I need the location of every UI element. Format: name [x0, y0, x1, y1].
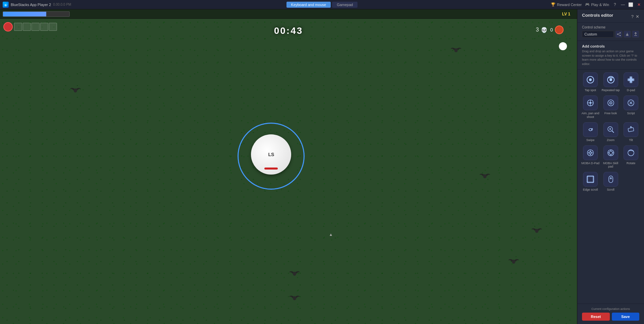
footer-buttons: Reset Save [582, 313, 639, 321]
maximize-btn[interactable]: ⬜ [629, 2, 633, 7]
svg-point-5 [512, 260, 515, 264]
control-swipe[interactable]: Swipe [581, 122, 600, 142]
tab-gamepad[interactable]: Gamepad [332, 2, 358, 8]
game-canvas[interactable]: 00:43 3 💀 0 [0, 19, 577, 324]
svg-rect-37 [628, 127, 634, 132]
svg-rect-60 [610, 177, 612, 179]
svg-point-27 [590, 102, 591, 104]
white-dot [559, 42, 567, 50]
controls-close-btn[interactable]: ✕ [636, 14, 639, 19]
control-repeated-tap[interactable]: Repeated tap [601, 72, 621, 92]
moba-skill-label: MOBA Skill pad [601, 161, 621, 169]
level-badge: LV 1 [562, 12, 570, 16]
title-bar-left: B BlueStacks App Player 2 0.00.0.0 PM [3, 2, 215, 8]
game-area: LV 1 00:43 [0, 9, 577, 324]
skill-slot-2 [23, 23, 31, 31]
control-edge-scroll[interactable]: Edge scroll [581, 172, 600, 192]
control-scroll[interactable]: Scroll [601, 172, 621, 192]
controls-row-3: Swipe Zoom [581, 122, 641, 142]
close-btn[interactable]: ✕ [637, 2, 641, 7]
svg-text:B: B [5, 4, 7, 7]
add-controls-desc: Drag and drop an action on your game scr… [582, 49, 639, 66]
script-icon [624, 95, 638, 110]
svg-marker-42 [589, 154, 591, 155]
game-timer: 00:43 [274, 25, 303, 36]
controls-row-2: Aim, pan and shoot Free look [581, 95, 641, 119]
svg-marker-43 [588, 152, 589, 154]
scheme-select-row: Custom [582, 30, 639, 38]
tab-keyboard-mouse[interactable]: Keyboard and mouse [286, 2, 331, 8]
bat-sprite-1 [450, 46, 462, 54]
joystick-outer: LS [238, 123, 305, 190]
control-zoom[interactable]: Zoom [601, 122, 621, 142]
script-label: Script [627, 112, 635, 115]
control-free-look[interactable]: Free look [601, 95, 621, 119]
dpad-icon [624, 72, 638, 87]
play-win-btn[interactable]: 🎮 Play & Win [585, 2, 609, 7]
health-bar-fill [3, 12, 46, 16]
aim-pan-shoot-label: Aim, pan and shoot [581, 112, 600, 119]
game-toolbar: LV 1 [0, 9, 577, 19]
reward-center-btn[interactable]: 🏆 Reward Center [551, 2, 582, 7]
health-bar [3, 11, 70, 17]
zoom-label: Zoom [607, 138, 615, 142]
tap-spot-icon [583, 72, 598, 87]
free-look-label: Free look [604, 112, 617, 115]
title-bar: B BlueStacks App Player 2 0.00.0.0 PM Ke… [0, 0, 644, 9]
swipe-label: Swipe [586, 138, 595, 142]
controls-help-btn[interactable]: ? [631, 14, 634, 19]
controls-row-5: Edge scroll Scroll [581, 172, 641, 192]
bat-sprite-4 [508, 257, 520, 265]
trophy-icon: 🏆 [551, 2, 556, 7]
app-icon: B [3, 2, 9, 8]
bat-sprite-7 [531, 226, 543, 234]
player-avatar [3, 22, 13, 31]
swipe-icon [583, 122, 598, 137]
svg-point-11 [620, 35, 621, 36]
rotate-icon [624, 145, 638, 160]
joystick-container[interactable]: LS [238, 123, 305, 190]
control-script[interactable]: Script [621, 95, 641, 119]
svg-point-2 [454, 48, 458, 52]
control-moba-dpad[interactable]: MOBA D-Pad [581, 145, 600, 169]
svg-point-3 [74, 88, 77, 92]
scheme-share-btn[interactable] [615, 30, 623, 38]
svg-line-34 [612, 131, 614, 133]
save-button[interactable]: Save [612, 313, 640, 321]
svg-point-45 [590, 152, 591, 153]
app-title: BlueStacks App Player 2 [11, 3, 51, 7]
control-rotate[interactable]: Rotate [621, 145, 641, 169]
svg-point-47 [609, 151, 613, 154]
skill-slot-4 [40, 23, 48, 31]
scroll-label: Scroll [607, 188, 615, 192]
gamepad-icon: 🎮 [585, 2, 590, 7]
tilt-icon [624, 122, 638, 137]
game-hud-right: 3 💀 0 [536, 25, 564, 34]
skill-slots [14, 23, 57, 31]
arrow-indicator: ▲ [329, 232, 333, 237]
control-dpad[interactable]: D-pad [621, 72, 641, 92]
scheme-action-btns [615, 30, 639, 38]
help-btn[interactable]: ? [613, 2, 617, 7]
reset-button[interactable]: Reset [582, 313, 610, 321]
app-subtitle: 0.00.0.0 PM [53, 3, 71, 6]
scheme-select[interactable]: Custom [582, 31, 614, 38]
controls-header: Controls editor ? ✕ [577, 9, 644, 23]
scheme-import-btn[interactable] [624, 30, 631, 38]
svg-point-7 [293, 296, 296, 300]
moba-skill-icon [603, 145, 618, 160]
bat-sprite-3 [479, 172, 491, 180]
controls-panel: Controls editor ? ✕ Control scheme Custo… [577, 9, 644, 324]
rotate-label: Rotate [627, 161, 636, 165]
control-tap-spot[interactable]: Tap spot [581, 72, 600, 92]
svg-point-17 [609, 78, 612, 81]
moba-dpad-label: MOBA D-Pad [581, 161, 599, 165]
scheme-export-btn[interactable] [632, 30, 639, 38]
game-ui-top-left [3, 22, 57, 31]
control-tilt[interactable]: Tilt [621, 122, 641, 142]
svg-rect-58 [587, 182, 594, 183]
minimize-btn[interactable]: — [621, 2, 625, 7]
control-moba-skill[interactable]: MOBA Skill pad [601, 145, 621, 169]
control-aim-pan-shoot[interactable]: Aim, pan and shoot [581, 95, 600, 119]
aim-pan-shoot-icon [583, 95, 598, 110]
